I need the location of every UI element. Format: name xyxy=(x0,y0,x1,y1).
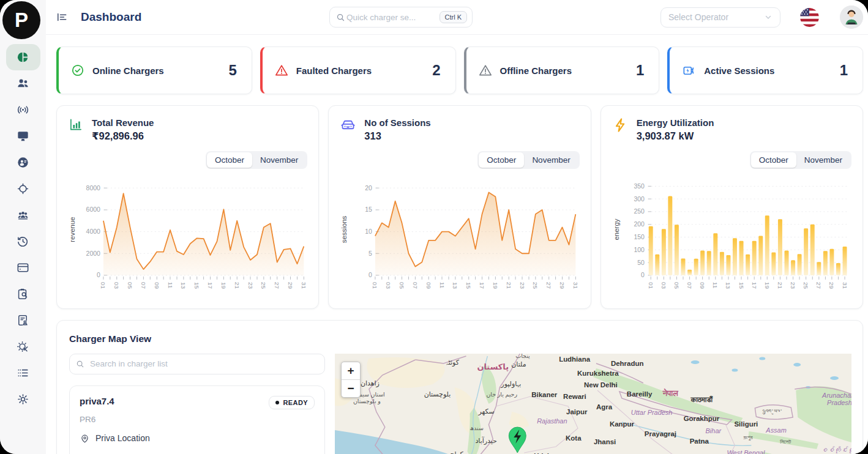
svg-text:नेपाल: नेपाल xyxy=(662,388,678,398)
sidebar-item-monitor[interactable] xyxy=(6,123,40,149)
energy-bar-chart: 0501001502002503003500103050709111315171… xyxy=(612,175,851,305)
tab-october[interactable]: October xyxy=(751,152,796,168)
language-flag-us[interactable] xyxy=(800,8,819,27)
app-logo[interactable]: P xyxy=(2,1,40,39)
svg-text:Siliguri: Siliguri xyxy=(734,420,758,428)
status-value: 1 xyxy=(636,62,644,79)
card-title: No of Sessions xyxy=(364,117,430,129)
status-card-faulted-chargers[interactable]: Faulted Chargers 2 xyxy=(260,47,456,94)
svg-text:19: 19 xyxy=(763,281,770,289)
sidebar-item-customer[interactable] xyxy=(6,149,40,176)
alert-triangle-icon xyxy=(479,64,492,77)
svg-text:پنجاب: پنجاب xyxy=(515,354,530,359)
charger-list-search-input[interactable] xyxy=(89,359,318,369)
car-icon xyxy=(340,117,356,133)
svg-text:31: 31 xyxy=(572,281,579,289)
revenue-area-chart: 0200040006000800001030507091113151719212… xyxy=(68,175,307,305)
tab-october[interactable]: October xyxy=(207,152,252,168)
tab-november[interactable]: November xyxy=(524,152,578,168)
svg-text:Jaipur: Jaipur xyxy=(566,408,588,415)
svg-text:Arunachal: Arunachal xyxy=(821,392,851,399)
avatar-illustration xyxy=(840,6,863,29)
map-view[interactable]: + − xyxy=(335,354,851,454)
svg-text:23: 23 xyxy=(247,281,253,289)
charger-location-text: Priva Location xyxy=(95,433,150,443)
sidebar-item-users[interactable] xyxy=(6,70,40,97)
credit-card-icon xyxy=(16,261,30,275)
alert-triangle-icon xyxy=(275,64,288,77)
svg-text:150: 150 xyxy=(634,234,645,240)
sidebar-item-report[interactable] xyxy=(6,307,40,333)
gear-wrench-icon xyxy=(16,340,30,354)
svg-text:50: 50 xyxy=(637,259,645,266)
svg-text:17: 17 xyxy=(207,281,214,289)
svg-text:07: 07 xyxy=(412,281,419,289)
svg-text:05: 05 xyxy=(127,281,133,289)
sessions-chart-card: No of Sessions 313 October November 0510… xyxy=(328,105,591,309)
quick-search[interactable]: Ctrl K xyxy=(329,7,473,28)
svg-text:حیدرآباد: حیدرآباد xyxy=(475,436,496,445)
operator-select[interactable]: Select Operator xyxy=(660,7,780,28)
zoom-out-button[interactable]: − xyxy=(342,380,360,397)
svg-text:15: 15 xyxy=(466,281,473,289)
status-label: Faulted Chargers xyxy=(296,65,372,76)
svg-text:0: 0 xyxy=(369,272,372,278)
tab-november[interactable]: November xyxy=(796,152,850,168)
svg-text:05: 05 xyxy=(398,281,405,289)
charger-list-item[interactable]: priva7.4 READY PR6 Priva Location xyxy=(69,385,325,454)
sidebar-item-list[interactable] xyxy=(6,360,40,386)
logo-letter: P xyxy=(15,9,28,32)
tab-october[interactable]: October xyxy=(479,152,524,168)
svg-text:250: 250 xyxy=(634,208,645,215)
charger-status-text: READY xyxy=(283,399,308,406)
search-icon xyxy=(336,13,345,22)
map-canvas[interactable]: کوئٹہپاکستانملتانپنجابLudhianaKurukshetr… xyxy=(335,354,851,454)
sidebar-item-location[interactable] xyxy=(6,176,40,202)
status-card-offline-chargers[interactable]: Offline Chargers 1 xyxy=(464,47,660,94)
map-pin-icon xyxy=(80,433,90,444)
svg-text:5: 5 xyxy=(369,250,372,256)
svg-text:Dehradun: Dehradun xyxy=(611,360,643,367)
svg-text:4000: 4000 xyxy=(86,228,100,235)
zoom-in-button[interactable]: + xyxy=(342,362,360,380)
sidebar-item-payments[interactable] xyxy=(6,255,40,281)
svg-text:8000: 8000 xyxy=(86,184,100,191)
status-card-active-sessions[interactable]: Active Sessions 1 xyxy=(667,47,863,94)
svg-text:07: 07 xyxy=(140,281,147,289)
sessions-card-header: No of Sessions 313 xyxy=(340,117,579,143)
svg-text:Bikaner: Bikaner xyxy=(531,391,558,398)
svg-text:پاکستان: پاکستان xyxy=(477,362,509,371)
svg-text:20: 20 xyxy=(365,184,373,191)
tab-november[interactable]: November xyxy=(252,152,306,168)
svg-text:09: 09 xyxy=(425,281,432,289)
sidebar-item-audit[interactable] xyxy=(6,281,40,307)
sidebar-item-settings[interactable] xyxy=(6,386,40,412)
svg-text:و بلوچستان: و بلوچستان xyxy=(353,398,381,404)
sidebar-item-broadcast[interactable] xyxy=(6,97,40,123)
svg-text:Prayagraj: Prayagraj xyxy=(645,430,676,437)
svg-text:Jhansi: Jhansi xyxy=(594,438,616,445)
svg-text:17: 17 xyxy=(750,281,757,289)
sidebar-item-history[interactable] xyxy=(6,228,40,255)
svg-text:بلوچستان: بلوچستان xyxy=(424,390,451,398)
svg-text:11: 11 xyxy=(439,281,446,288)
status-card-online-chargers[interactable]: Online Chargers 5 xyxy=(56,47,252,94)
charger-list-search[interactable] xyxy=(69,354,325,374)
sidebar-item-team[interactable] xyxy=(6,202,40,228)
map-zoom-control: + − xyxy=(341,362,361,398)
svg-text:0: 0 xyxy=(641,272,645,278)
svg-text:revenue: revenue xyxy=(69,217,76,242)
chevron-down-icon xyxy=(764,13,773,21)
svg-text:09: 09 xyxy=(699,281,706,289)
svg-text:Gorakhpur: Gorakhpur xyxy=(684,415,720,422)
user-avatar[interactable] xyxy=(840,6,863,29)
svg-text:09: 09 xyxy=(154,281,160,289)
quick-search-input[interactable] xyxy=(345,12,440,23)
search-shortcut-chip: Ctrl K xyxy=(440,11,468,23)
status-label: Active Sessions xyxy=(704,65,774,76)
svg-text:03: 03 xyxy=(386,281,392,289)
map-section-title: Charger Map View xyxy=(57,321,862,354)
sidebar-item-maintenance[interactable] xyxy=(6,333,40,360)
sidebar-toggle-button[interactable] xyxy=(56,11,68,23)
sidebar-item-dashboard[interactable] xyxy=(6,44,40,70)
